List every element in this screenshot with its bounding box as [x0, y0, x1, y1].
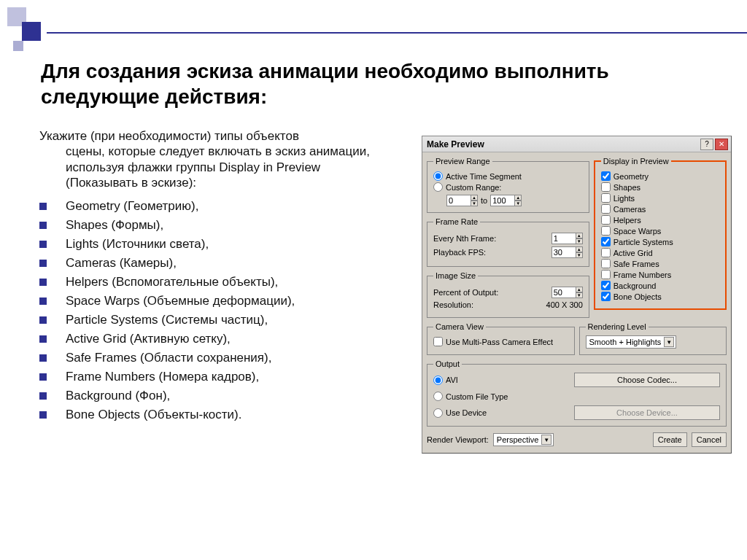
display-item-checkbox[interactable] [601, 292, 611, 301]
slide-title: Для создания эскиза анимации необходимо … [41, 58, 725, 109]
preview-range-group: Preview Range Active Time Segment Custom… [427, 157, 589, 213]
display-item: Shapes [601, 182, 719, 192]
bullet-item: Bone Objects (Объекты-кости). [66, 408, 241, 422]
resolution-value: 400 X 300 [546, 300, 583, 309]
display-item: Background [601, 281, 719, 290]
range-to-input[interactable] [490, 195, 515, 206]
preview-range-legend: Preview Range [433, 157, 492, 166]
spinner-down-icon[interactable]: ▼ [471, 201, 478, 206]
display-item-checkbox[interactable] [601, 237, 611, 246]
display-item: Frame Numbers [601, 270, 719, 279]
bullet-item: Geometry (Геометрию), [66, 199, 198, 214]
range-to-label: to [481, 196, 487, 205]
display-item: Space Warps [601, 226, 719, 236]
playback-fps-label: Playback FPS: [433, 248, 486, 257]
display-item: Lights [601, 193, 719, 203]
bullet-item: Background (Фон), [66, 389, 170, 403]
display-item-checkbox[interactable] [601, 226, 611, 236]
rendering-level-group: Rendering Level Smooth + Highlights ▼ [579, 322, 727, 355]
spinner-up-icon[interactable]: ▲ [514, 195, 522, 201]
spinner-down-icon[interactable]: ▼ [576, 252, 583, 258]
custom-range-radio[interactable] [433, 182, 443, 192]
spinner-down-icon[interactable]: ▼ [514, 201, 522, 206]
camera-view-group: Camera View Use Multi-Pass Camera Effect [427, 322, 575, 355]
active-time-label: Active Time Segment [446, 172, 522, 181]
bullet-item: Space Warps (Объемные деформации), [66, 294, 295, 308]
bullet-item: Shapes (Формы), [66, 218, 163, 233]
camera-view-legend: Camera View [433, 322, 486, 331]
display-item-label: Bone Objects [614, 292, 662, 301]
display-item-label: Safe Frames [614, 260, 659, 268]
create-button[interactable]: Create [653, 432, 687, 447]
display-item-checkbox[interactable] [601, 204, 611, 214]
spinner-up-icon[interactable]: ▲ [471, 195, 478, 201]
spinner-up-icon[interactable]: ▲ [576, 233, 583, 238]
intro-text: Укажите (при необходимости) типы объекто… [39, 128, 394, 190]
display-item-label: Helpers [614, 216, 641, 225]
rendering-level-legend: Rendering Level [586, 322, 649, 331]
spinner-down-icon[interactable]: ▼ [576, 292, 583, 298]
choose-codec-button[interactable]: Choose Codec... [574, 373, 720, 387]
display-item: Helpers [601, 215, 719, 225]
nth-frame-input[interactable] [551, 233, 576, 244]
display-item-label: Cameras [614, 205, 646, 214]
display-item-checkbox[interactable] [601, 259, 611, 268]
output-group: Output AVI Choose Codec... Custom File T… [427, 359, 727, 427]
display-item-label: Geometry [614, 172, 649, 181]
rendering-level-value: Smooth + Highlights [589, 338, 662, 346]
title-rule [47, 32, 747, 34]
spinner-up-icon[interactable]: ▲ [576, 287, 583, 292]
cancel-button[interactable]: Cancel [692, 432, 727, 447]
rendering-level-dropdown[interactable]: Smooth + Highlights ▼ [586, 335, 677, 349]
choose-device-button[interactable]: Choose Device... [574, 405, 720, 420]
display-item-checkbox[interactable] [601, 215, 611, 225]
display-item: Bone Objects [601, 292, 719, 301]
render-viewport-dropdown[interactable]: Perspective ▼ [493, 433, 554, 446]
close-button[interactable]: ✕ [715, 139, 728, 150]
frame-rate-group: Frame Rate Every Nth Frame: ▲▼ Playback … [427, 217, 589, 267]
spinner-up-icon[interactable]: ▲ [576, 246, 583, 252]
display-item-checkbox[interactable] [601, 193, 611, 203]
display-item: Safe Frames [601, 259, 719, 268]
slide-body: Укажите (при необходимости) типы объекто… [39, 128, 394, 427]
bullet-item: Frame Numbers (Номера кадров), [66, 370, 259, 384]
help-button[interactable]: ? [700, 139, 713, 150]
spinner-down-icon[interactable]: ▼ [576, 238, 583, 244]
display-item-label: Background [614, 281, 657, 290]
multipass-label: Use Multi-Pass Camera Effect [446, 338, 553, 346]
display-item-checkbox[interactable] [601, 182, 611, 192]
bullet-item: Cameras (Камеры), [66, 256, 177, 271]
output-device-label: Use Device [446, 408, 487, 417]
image-size-legend: Image Size [433, 271, 478, 280]
intro-rest: сцены, которые следует включать в эскиз … [39, 144, 394, 190]
output-avi-radio[interactable] [433, 376, 443, 385]
resolution-label: Resolution: [433, 300, 473, 309]
display-item-label: Space Warps [614, 227, 662, 236]
display-item-checkbox[interactable] [601, 281, 611, 290]
make-preview-dialog: Make Preview ? ✕ Preview Range Active Ti… [422, 136, 732, 454]
percent-output-input[interactable] [551, 287, 576, 298]
bullet-item: Safe Frames (Области сохранения), [66, 351, 271, 365]
bullet-item: Particle Systems (Системы частиц), [66, 313, 268, 327]
display-item-label: Shapes [614, 183, 640, 192]
active-time-radio[interactable] [433, 171, 443, 181]
playback-fps-input[interactable] [551, 246, 576, 258]
bullet-item: Helpers (Вспомогательные объекты), [66, 275, 278, 289]
bullet-item: Lights (Источники света), [66, 237, 209, 252]
display-item-checkbox[interactable] [601, 270, 611, 279]
multipass-checkbox[interactable] [433, 337, 443, 346]
dialog-titlebar[interactable]: Make Preview ? ✕ [422, 136, 731, 152]
range-from-input[interactable] [446, 195, 471, 206]
display-item-label: Frame Numbers [614, 271, 671, 279]
chevron-down-icon: ▼ [664, 337, 674, 347]
display-item-checkbox[interactable] [601, 248, 611, 257]
dialog-title: Make Preview [427, 139, 699, 149]
bullet-list: Geometry (Геометрию), Shapes (Формы), Li… [39, 199, 394, 422]
output-avi-label: AVI [446, 376, 458, 384]
output-custom-radio[interactable] [433, 392, 443, 401]
display-item: Active Grid [601, 248, 719, 257]
display-item-checkbox[interactable] [601, 171, 611, 181]
output-device-radio[interactable] [433, 408, 443, 418]
display-item-label: Particle Systems [614, 238, 673, 246]
display-item-label: Active Grid [614, 249, 653, 257]
